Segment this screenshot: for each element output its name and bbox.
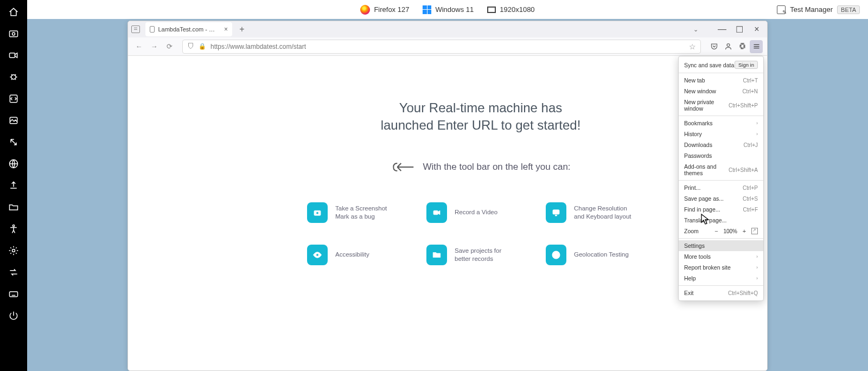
feature-accessibility: Accessibility — [307, 245, 416, 265]
profile-icon[interactable] — [722, 40, 735, 53]
resolution-icon — [487, 7, 496, 13]
switch-icon[interactable] — [7, 266, 20, 279]
svg-point-7 — [12, 225, 14, 227]
record-icon — [426, 202, 447, 223]
keyboard-icon[interactable] — [7, 287, 20, 300]
open-external-icon[interactable] — [7, 136, 20, 149]
resolution-label: 1920x1080 — [500, 5, 534, 14]
menu-exit[interactable]: ExitCtrl+Shift+Q — [679, 287, 763, 298]
beta-badge: BETA — [837, 5, 860, 14]
menu-zoom: Zoom − 100% + — [679, 226, 763, 236]
svg-rect-13 — [433, 210, 438, 215]
menu-find[interactable]: Find in page...Ctrl+F — [679, 204, 763, 215]
back-button[interactable]: ← — [132, 40, 145, 53]
svg-rect-0 — [10, 31, 18, 37]
menu-new-window[interactable]: New windowCtrl+N — [679, 86, 763, 97]
toolbar-hint: With the tool bar on the left you can: — [269, 159, 692, 175]
os-info: Windows 11 — [423, 5, 474, 14]
menu-new-tab[interactable]: New tabCtrl+T — [679, 75, 763, 86]
svg-rect-2 — [10, 53, 15, 57]
svg-point-12 — [316, 212, 319, 214]
menu-sync[interactable]: Sync and save data Sign in — [679, 59, 763, 71]
window-close-button[interactable]: × — [749, 23, 765, 36]
lock-icon[interactable]: 🔒 — [199, 43, 206, 50]
tab-title: LambdaTest.com - Get Started — [158, 26, 219, 33]
pocket-icon[interactable] — [707, 40, 720, 53]
home-icon[interactable] — [7, 5, 20, 18]
svg-point-16 — [316, 254, 319, 257]
menu-downloads[interactable]: DownloadsCtrl+J — [679, 139, 763, 150]
menu-help[interactable]: Help› — [679, 273, 763, 284]
zoom-fullscreen-button[interactable] — [751, 228, 758, 234]
tab-close-icon[interactable]: × — [224, 25, 228, 33]
page-content: Your Real-time machine has launched Ente… — [128, 56, 767, 370]
test-manager-label[interactable]: Test Manager — [790, 5, 833, 14]
devtools-icon[interactable] — [7, 92, 20, 105]
app-menu-button[interactable] — [750, 40, 763, 53]
browser-window: LambdaTest.com - Get Started × + ⌄ — ☐ ×… — [127, 21, 768, 371]
menu-more-tools[interactable]: More tools› — [679, 251, 763, 262]
screenshot-icon[interactable] — [7, 27, 20, 40]
eye-icon — [307, 245, 328, 265]
tracking-shield-icon[interactable]: ⛉ — [187, 42, 194, 50]
signin-button[interactable]: Sign in — [735, 61, 758, 69]
folder-icon[interactable] — [7, 201, 20, 214]
network-icon[interactable] — [7, 157, 20, 170]
menu-print[interactable]: Print...Ctrl+P — [679, 182, 763, 193]
power-icon[interactable] — [7, 309, 20, 322]
window-maximize-button[interactable]: ☐ — [731, 23, 748, 36]
zoom-in-button[interactable]: + — [741, 227, 748, 235]
test-manager-icon — [777, 5, 786, 14]
menu-new-private-window[interactable]: New private windowCtrl+Shift+P — [679, 97, 763, 114]
feature-video: Record a Video — [426, 202, 535, 223]
tab-active[interactable]: LambdaTest.com - Get Started × — [145, 22, 232, 36]
menu-addons[interactable]: Add-ons and themesCtrl+Shift+A — [679, 161, 763, 178]
accessibility-icon[interactable] — [7, 222, 20, 235]
folder-feature-icon — [426, 245, 447, 265]
lambdatest-sidebar — [0, 0, 27, 371]
zoom-value: 100% — [723, 228, 737, 234]
new-tab-button[interactable]: + — [235, 23, 248, 36]
zoom-out-button[interactable]: − — [712, 227, 720, 235]
firefox-app-menu: Sync and save data Sign in New tabCtrl+T… — [678, 56, 764, 301]
globe-icon — [546, 245, 566, 265]
browser-label: Firefox 127 — [374, 5, 409, 14]
settings-icon[interactable] — [7, 244, 20, 257]
feature-geolocation: Geolocation Testing — [546, 245, 654, 265]
tab-strip: LambdaTest.com - Get Started × + ⌄ — ☐ × — [128, 21, 767, 37]
reload-button[interactable]: ⟳ — [163, 40, 176, 53]
gallery-icon[interactable] — [7, 114, 20, 127]
menu-save-page[interactable]: Save page as...Ctrl+S — [679, 193, 763, 204]
session-info-bar: Firefox 127 Windows 11 1920x1080 Test Ma… — [27, 0, 868, 19]
feature-save-project: Save projects forbetter records — [426, 245, 535, 265]
menu-bookmarks[interactable]: Bookmarks› — [679, 118, 763, 129]
url-text: https://www.lambdatest.com/start — [210, 43, 685, 50]
resolution-info: 1920x1080 — [487, 5, 534, 14]
menu-passwords[interactable]: Passwords — [679, 150, 763, 161]
bug-icon[interactable] — [7, 71, 20, 84]
menu-translate[interactable]: Translate page... — [679, 215, 763, 226]
url-bar[interactable]: ⛉ 🔒 https://www.lambdatest.com/start ☆ — [182, 40, 701, 54]
svg-point-8 — [12, 250, 15, 252]
feature-screenshot: Take a ScreenshotMark as a bug — [307, 202, 416, 223]
svg-rect-15 — [556, 215, 557, 216]
os-label: Windows 11 — [435, 5, 474, 14]
svg-point-1 — [12, 33, 15, 35]
menu-report-broken-site[interactable]: Report broken site› — [679, 262, 763, 273]
svg-rect-14 — [553, 210, 559, 214]
window-minimize-button[interactable]: — — [714, 23, 730, 36]
firefox-icon — [360, 5, 370, 15]
video-icon[interactable] — [7, 49, 20, 62]
extensions-icon[interactable] — [736, 40, 749, 53]
features-grid: Take a ScreenshotMark as a bug Record a … — [269, 202, 692, 265]
menu-settings[interactable]: Settings — [679, 240, 763, 251]
firefox-view-icon[interactable] — [131, 25, 140, 33]
upload-icon[interactable] — [7, 179, 20, 192]
menu-history[interactable]: History› — [679, 129, 763, 139]
nav-bar: ← → ⟳ ⛉ 🔒 https://www.lambdatest.com/sta… — [128, 37, 767, 56]
browser-info: Firefox 127 — [360, 5, 409, 15]
forward-button[interactable]: → — [148, 40, 161, 53]
windows-icon — [423, 5, 431, 14]
tabs-dropdown-icon[interactable]: ⌄ — [689, 23, 702, 36]
bookmark-star-icon[interactable]: ☆ — [689, 42, 696, 51]
